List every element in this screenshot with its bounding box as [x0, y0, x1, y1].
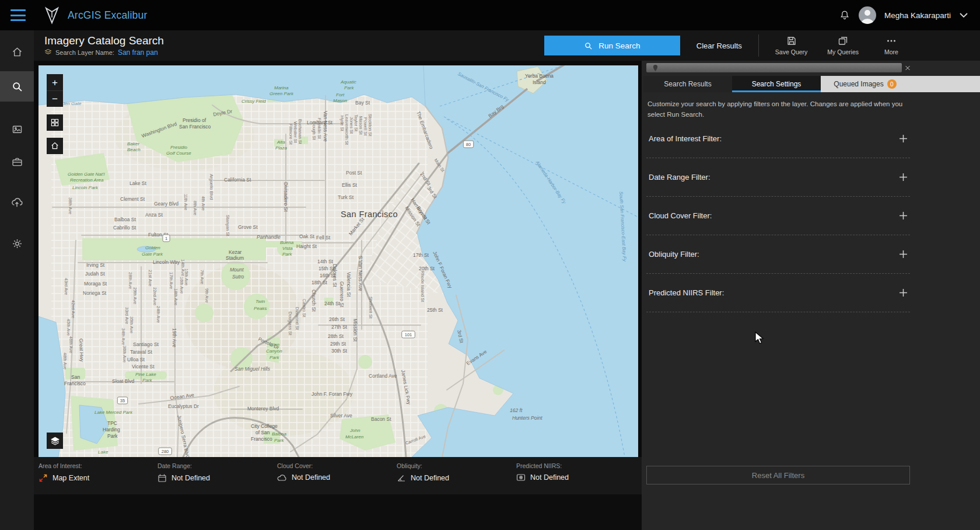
- svg-text:8th Ave: 8th Ave: [192, 201, 198, 215]
- sidebar-item-upload[interactable]: [0, 189, 34, 216]
- tab-strip-filler: [909, 76, 980, 92]
- svg-text:Noriega St: Noriega St: [83, 290, 107, 296]
- svg-text:Silver Ave: Silver Ave: [330, 413, 352, 419]
- sidebar-item-home[interactable]: [0, 39, 34, 65]
- svg-text:Arguello Blvd: Arguello Blvd: [209, 174, 214, 200]
- svg-text:Valencia St: Valencia St: [346, 272, 352, 297]
- sidebar-item-imagery[interactable]: [0, 116, 34, 142]
- ellipsis-icon: [886, 36, 897, 46]
- chevron-down-icon[interactable]: [959, 12, 968, 18]
- more-button[interactable]: More: [875, 35, 908, 56]
- svg-text:Stadium: Stadium: [226, 255, 244, 261]
- svg-text:Crissy Field: Crissy Field: [242, 99, 266, 104]
- svg-text:Golf Course: Golf Course: [166, 151, 191, 156]
- avatar[interactable]: [859, 6, 876, 24]
- svg-text:14th St: 14th St: [317, 259, 334, 264]
- divider: [758, 34, 759, 57]
- svg-text:Anza St: Anza St: [145, 212, 163, 218]
- search-settings-panel: Search Results Search Settings Queued Im…: [642, 61, 980, 530]
- zoom-out-button[interactable]: −: [47, 90, 63, 107]
- map-canvas[interactable]: Golden GateMarinaGreen ParkAquaticParkFo…: [38, 65, 638, 457]
- svg-text:17th Ave: 17th Ave: [169, 272, 174, 289]
- zoom-control: + −: [47, 74, 63, 107]
- reset-all-filters-button[interactable]: Reset All Filters: [646, 466, 910, 484]
- svg-text:John: John: [349, 428, 360, 433]
- app-title: ArcGIS Excalibur: [68, 9, 147, 22]
- svg-text:30th St: 30th St: [331, 348, 348, 354]
- svg-text:29th St: 29th St: [330, 341, 346, 347]
- save-query-button[interactable]: Save Query: [772, 35, 811, 56]
- svg-text:Stockton St: Stockton St: [368, 114, 373, 137]
- svg-text:Baker: Baker: [127, 141, 139, 147]
- close-icon[interactable]: [902, 62, 914, 74]
- panel-drag-bar[interactable]: [646, 63, 902, 72]
- svg-text:17th St: 17th St: [413, 252, 429, 258]
- svg-text:Marina: Marina: [274, 85, 289, 90]
- svg-text:Park: Park: [142, 378, 152, 383]
- plus-icon[interactable]: [899, 250, 908, 259]
- tab-queued-images[interactable]: Queued Images 0: [821, 76, 909, 92]
- filter-date-range[interactable]: Date Range Filter:: [646, 158, 910, 197]
- svg-text:11th Ave: 11th Ave: [183, 194, 188, 211]
- filter-cloud-cover[interactable]: Cloud Cover Filter:: [646, 197, 910, 235]
- basemap-grid-button[interactable]: [47, 114, 63, 131]
- layers-button[interactable]: [47, 433, 63, 449]
- svg-text:280: 280: [162, 449, 169, 454]
- svg-text:Vicente St: Vicente St: [132, 364, 155, 369]
- sidebar-item-settings[interactable]: [0, 230, 34, 257]
- svg-text:Sutro: Sutro: [232, 274, 244, 280]
- svg-text:Francisco: Francisco: [251, 436, 272, 442]
- notifications-bell-icon[interactable]: [839, 9, 850, 21]
- sidebar-item-projects[interactable]: [0, 148, 34, 175]
- svg-text:Buena: Buena: [280, 240, 294, 245]
- clear-results-button[interactable]: Clear Results: [693, 41, 746, 51]
- svg-text:Golden: Golden: [145, 245, 160, 250]
- svg-text:Divisadero St: Divisadero St: [283, 182, 289, 212]
- svg-text:Monterey Blvd: Monterey Blvd: [247, 406, 279, 412]
- layers-icon: [50, 436, 60, 446]
- plus-icon[interactable]: [899, 173, 908, 182]
- tab-search-settings[interactable]: Search Settings: [732, 76, 821, 92]
- svg-text:Ellis St: Ellis St: [342, 182, 358, 188]
- svg-text:22nd Ave: 22nd Ave: [152, 287, 158, 305]
- svg-text:Hyde St: Hyde St: [340, 116, 345, 132]
- filter-predicted-niirs[interactable]: Predicted NIIRS Filter:: [646, 274, 910, 312]
- svg-text:Francisco: Francisco: [64, 381, 86, 386]
- app-root: ArcGIS Excalibur Megha Kakaraparti: [0, 0, 980, 530]
- plus-icon[interactable]: [899, 134, 908, 143]
- filter-obliquity[interactable]: Obliquity Filter:: [646, 235, 910, 274]
- run-search-button[interactable]: Run Search: [544, 36, 680, 55]
- svg-text:21st Ave: 21st Ave: [148, 270, 153, 287]
- svg-text:Presidio of: Presidio of: [183, 117, 206, 123]
- queries-icon: [838, 36, 848, 46]
- svg-text:35: 35: [120, 398, 125, 403]
- page-header: Imagery Catalog Search Search Layer Name…: [34, 30, 980, 61]
- svg-text:Presidio: Presidio: [170, 145, 187, 150]
- sidebar-item-search[interactable]: [0, 71, 34, 102]
- svg-text:101: 101: [405, 332, 412, 337]
- filter-area-of-interest[interactable]: Area of Interest Filter:: [646, 120, 910, 158]
- hamburger-menu-button[interactable]: [10, 9, 26, 21]
- plus-icon[interactable]: [899, 211, 908, 220]
- plus-icon[interactable]: [899, 288, 908, 297]
- svg-text:46th Ave: 46th Ave: [68, 336, 74, 353]
- svg-text:Ulloa St: Ulloa St: [127, 357, 145, 362]
- page-title: Imagery Catalog Search: [44, 35, 164, 46]
- svg-text:Castro St: Castro St: [302, 299, 307, 318]
- svg-text:Judah St: Judah St: [85, 271, 105, 277]
- svg-text:Oak St: Oak St: [299, 233, 315, 239]
- svg-text:29th Ave: 29th Ave: [132, 287, 138, 304]
- svg-text:15th St: 15th St: [318, 266, 335, 271]
- my-queries-button[interactable]: My Queries: [824, 35, 862, 56]
- default-extent-button[interactable]: [47, 138, 63, 154]
- svg-text:Leavenworth St: Leavenworth St: [344, 114, 349, 145]
- obliquity-angle-icon: [397, 473, 406, 483]
- svg-text:Lincoln Park: Lincoln Park: [72, 185, 99, 190]
- svg-text:9th Ave: 9th Ave: [204, 288, 209, 303]
- svg-text:27th St: 27th St: [331, 324, 348, 330]
- search-layer-link[interactable]: San fran pan: [118, 48, 158, 57]
- svg-text:Twin: Twin: [256, 299, 265, 304]
- svg-text:43rd Ave: 43rd Ave: [64, 278, 69, 295]
- tab-search-results[interactable]: Search Results: [643, 76, 732, 92]
- zoom-in-button[interactable]: +: [47, 74, 63, 90]
